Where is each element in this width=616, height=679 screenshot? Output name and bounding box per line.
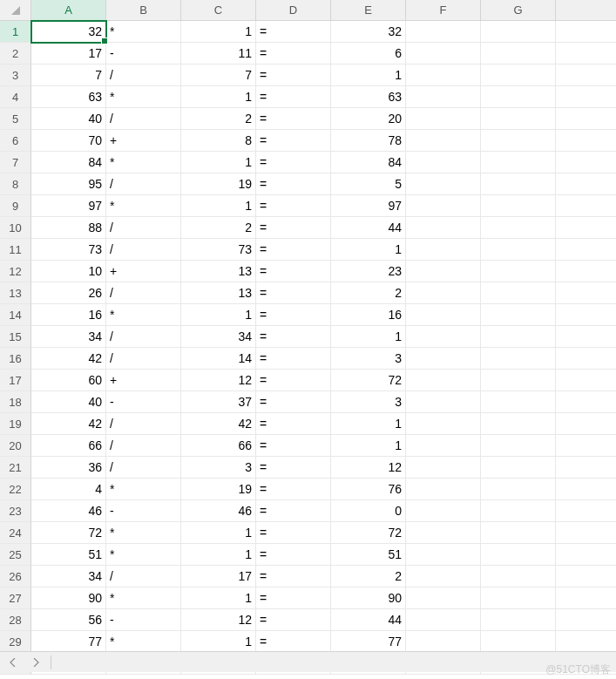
cell[interactable]: = bbox=[256, 261, 331, 282]
cell[interactable]: 13 bbox=[181, 261, 256, 282]
cell[interactable] bbox=[556, 173, 616, 195]
cell[interactable]: 20 bbox=[331, 108, 406, 130]
cell[interactable] bbox=[556, 152, 616, 173]
cell[interactable]: 1 bbox=[181, 304, 256, 326]
cell[interactable]: 13 bbox=[181, 282, 256, 304]
cell[interactable]: 77 bbox=[31, 631, 106, 653]
cell[interactable] bbox=[556, 130, 616, 152]
cell[interactable]: 12 bbox=[331, 457, 406, 479]
cell[interactable]: = bbox=[256, 304, 331, 326]
cell[interactable] bbox=[406, 282, 481, 304]
cell[interactable] bbox=[556, 609, 616, 631]
cell[interactable]: 34 bbox=[31, 566, 106, 587]
cell[interactable]: 51 bbox=[331, 544, 406, 566]
cell[interactable]: 1 bbox=[331, 65, 406, 86]
cell[interactable] bbox=[556, 370, 616, 391]
row-header[interactable]: 11 bbox=[0, 239, 31, 261]
cell[interactable] bbox=[481, 457, 556, 479]
cell[interactable]: 73 bbox=[181, 239, 256, 261]
column-header-D[interactable]: D bbox=[256, 0, 331, 21]
cell[interactable]: * bbox=[106, 195, 181, 217]
cell[interactable] bbox=[406, 587, 481, 609]
cell[interactable]: * bbox=[106, 522, 181, 544]
cell[interactable] bbox=[481, 500, 556, 522]
cell[interactable]: 40 bbox=[31, 391, 106, 413]
cell[interactable]: = bbox=[256, 609, 331, 631]
cell[interactable]: 32 bbox=[31, 21, 106, 43]
cell[interactable]: 2 bbox=[331, 566, 406, 587]
cell[interactable]: 63 bbox=[331, 86, 406, 108]
cell[interactable]: 84 bbox=[331, 152, 406, 173]
cell[interactable]: 1 bbox=[181, 21, 256, 43]
cell[interactable]: 42 bbox=[31, 413, 106, 435]
cell[interactable]: 3 bbox=[181, 457, 256, 479]
cell[interactable] bbox=[481, 391, 556, 413]
cell[interactable]: 23 bbox=[331, 261, 406, 282]
cell[interactable]: 2 bbox=[181, 217, 256, 239]
cell[interactable] bbox=[556, 304, 616, 326]
row-header[interactable]: 4 bbox=[0, 86, 31, 108]
cell[interactable]: 97 bbox=[331, 195, 406, 217]
cell[interactable] bbox=[556, 239, 616, 261]
cell[interactable] bbox=[481, 217, 556, 239]
cell[interactable] bbox=[406, 544, 481, 566]
cell[interactable] bbox=[556, 217, 616, 239]
cell[interactable] bbox=[406, 609, 481, 631]
sheet-prev-icon[interactable] bbox=[5, 655, 21, 670]
cell[interactable] bbox=[406, 413, 481, 435]
cell[interactable]: 16 bbox=[31, 304, 106, 326]
cell[interactable]: - bbox=[106, 500, 181, 522]
cell[interactable]: = bbox=[256, 587, 331, 609]
cell[interactable] bbox=[406, 21, 481, 43]
cell[interactable]: = bbox=[256, 413, 331, 435]
row-header[interactable]: 9 bbox=[0, 195, 31, 217]
cell[interactable]: = bbox=[256, 43, 331, 65]
cell[interactable] bbox=[406, 566, 481, 587]
cell[interactable]: = bbox=[256, 239, 331, 261]
cell[interactable]: / bbox=[106, 108, 181, 130]
cell[interactable] bbox=[481, 43, 556, 65]
cell[interactable] bbox=[556, 522, 616, 544]
cell[interactable]: 1 bbox=[331, 239, 406, 261]
cell[interactable]: / bbox=[106, 413, 181, 435]
cell[interactable] bbox=[406, 108, 481, 130]
cell[interactable] bbox=[556, 413, 616, 435]
cell[interactable] bbox=[556, 195, 616, 217]
cell[interactable]: = bbox=[256, 479, 331, 500]
cell[interactable]: 37 bbox=[181, 391, 256, 413]
row-header[interactable]: 23 bbox=[0, 500, 31, 522]
cell[interactable] bbox=[556, 500, 616, 522]
row-header[interactable]: 16 bbox=[0, 348, 31, 370]
cell[interactable]: * bbox=[106, 587, 181, 609]
cell[interactable] bbox=[406, 65, 481, 86]
cell[interactable]: 72 bbox=[331, 522, 406, 544]
cell[interactable] bbox=[481, 108, 556, 130]
cell[interactable]: 5 bbox=[331, 173, 406, 195]
cell[interactable] bbox=[556, 86, 616, 108]
row-header[interactable]: 24 bbox=[0, 522, 31, 544]
cell[interactable] bbox=[481, 479, 556, 500]
cell[interactable]: 56 bbox=[31, 609, 106, 631]
cell[interactable]: 1 bbox=[181, 152, 256, 173]
row-header[interactable]: 5 bbox=[0, 108, 31, 130]
cell[interactable]: / bbox=[106, 173, 181, 195]
cell[interactable]: - bbox=[106, 43, 181, 65]
row-header[interactable]: 12 bbox=[0, 261, 31, 282]
cell[interactable] bbox=[556, 435, 616, 457]
cell[interactable]: 46 bbox=[181, 500, 256, 522]
cell[interactable]: 66 bbox=[181, 435, 256, 457]
cell[interactable] bbox=[481, 544, 556, 566]
cell[interactable] bbox=[406, 130, 481, 152]
cell[interactable]: 3 bbox=[331, 391, 406, 413]
cell[interactable] bbox=[406, 435, 481, 457]
cell[interactable]: = bbox=[256, 108, 331, 130]
cell[interactable] bbox=[481, 304, 556, 326]
cell[interactable] bbox=[556, 21, 616, 43]
cell[interactable] bbox=[406, 631, 481, 653]
cell[interactable] bbox=[406, 239, 481, 261]
cell[interactable] bbox=[481, 173, 556, 195]
cell[interactable] bbox=[406, 457, 481, 479]
cell[interactable] bbox=[481, 370, 556, 391]
cell[interactable]: 66 bbox=[31, 435, 106, 457]
cell[interactable]: 34 bbox=[181, 326, 256, 348]
